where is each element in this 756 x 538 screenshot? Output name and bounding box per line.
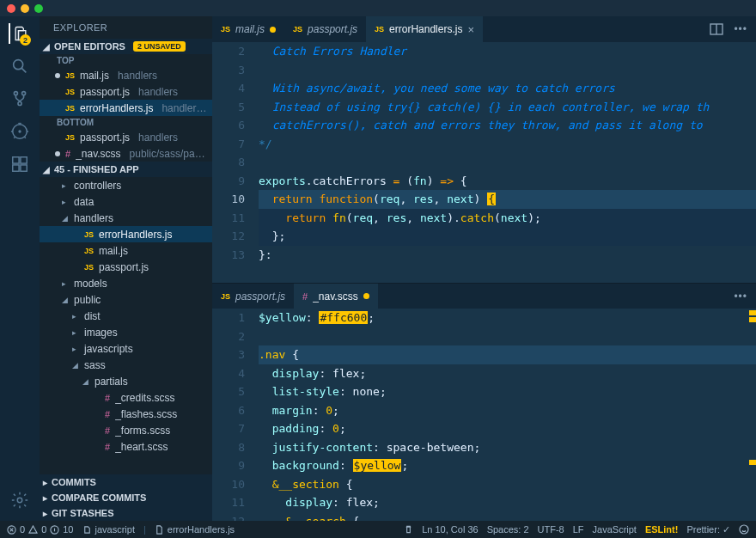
code-line[interactable]: $yellow: #ffc600; [259,309,756,327]
code-line[interactable]: return fn(req, res, next).catch(next); [259,209,756,228]
tree-item[interactable]: #_forms.scss [40,422,212,438]
debug-icon[interactable] [9,121,30,142]
project-header[interactable]: ◢ 45 - FINISHED APP [40,162,212,177]
svg-point-0 [14,60,23,70]
open-editor-filename: passport.js [80,131,130,144]
editor-tab[interactable]: JS passport.js [284,16,366,42]
code-line[interactable]: With async/await, you need some way to c… [259,79,756,98]
minimize-window-button[interactable] [21,4,29,13]
tree-item-label: models [74,278,107,290]
tree-item[interactable]: ▸dist [40,308,212,324]
status-eslint[interactable]: ESLint! [645,524,679,535]
tree-item[interactable]: JSmail.js [40,242,212,259]
tree-item[interactable]: ▸images [40,324,212,340]
settings-gear-icon[interactable] [9,490,30,510]
code-line[interactable] [259,153,756,172]
tree-item[interactable]: JSpassport.js [40,259,212,275]
code-line[interactable]: margin: 0; [259,401,756,420]
close-tab-icon[interactable]: × [467,23,474,36]
sidebar-section-header[interactable]: ▸COMMITS [40,474,212,490]
chevron-icon: ▸ [62,181,69,190]
close-window-button[interactable] [7,4,15,13]
maximize-window-button[interactable] [34,4,43,13]
code-line[interactable]: display: flex; [259,364,756,383]
code-line[interactable]: Instead of using try{} catch(e) {} in ea… [259,98,756,117]
status-file[interactable]: errorHandlers.js [155,524,235,535]
tree-item[interactable]: ◢partials [40,373,212,389]
tree-item[interactable]: #_credits.scss [40,389,212,406]
search-icon[interactable] [9,56,30,76]
code-line[interactable]: }: [259,246,756,265]
js-icon: JS [65,104,75,113]
more-icon[interactable]: ••• [734,290,747,303]
tree-item-label: dist [84,310,101,322]
code-line[interactable]: background: $yellow; [259,456,756,475]
code-line[interactable]: catchErrors(), catch and errors they thr… [259,116,756,135]
editor-pane-top[interactable]: 2345678910111213 Catch Errors Handler Wi… [212,42,756,283]
code-line[interactable]: &--search { [259,512,756,522]
code-line[interactable]: return function(req, res, next) { [259,190,756,209]
code-line[interactable]: .nav { [259,345,756,364]
more-icon[interactable]: ••• [734,23,747,35]
editor-tab[interactable]: # _nav.scss [294,284,378,309]
open-editors-header[interactable]: ◢ OPEN EDITORS 2 UNSAVED [40,39,212,54]
status-encoding[interactable]: UTF-8 [538,524,564,535]
split-editor-icon[interactable] [710,23,723,35]
tree-item[interactable]: #_heart.scss [40,438,212,455]
code-line[interactable]: display: flex; [259,493,756,512]
tree-item[interactable]: ▸data [40,193,212,210]
code-line[interactable]: }; [259,227,756,246]
status-spaces[interactable]: Spaces: 2 [487,524,529,535]
code-line[interactable]: &__section { [259,475,756,494]
tree-item[interactable]: ▸models [40,275,212,291]
editor-pane-bottom[interactable]: 123456789101112 $yellow: #ffc600;.nav { … [212,309,756,521]
tree-item[interactable]: ◢public [40,291,212,308]
open-editor-item[interactable]: JS errorHandlers.js handler… [40,100,212,116]
code-line[interactable]: Catch Errors Handler [259,42,756,61]
status-prettier[interactable]: Prettier: ✓ [686,524,730,535]
scss-icon: # [105,409,110,419]
tree-item-label: mail.js [99,245,128,257]
status-eol[interactable]: LF [573,524,584,535]
code-line[interactable]: exports.catchErrors = (fn) => { [259,172,756,191]
tree-item[interactable]: ◢handlers [40,210,212,226]
code-line[interactable] [259,327,756,346]
tree-item[interactable]: #_flashes.scss [40,406,212,422]
status-trash-icon[interactable] [404,524,413,535]
tree-item[interactable]: ▸controllers [40,177,212,193]
source-control-icon[interactable] [9,89,30,109]
sidebar-section-header[interactable]: ▸GIT STASHES [40,505,212,521]
unsaved-badge: 2 UNSAVED [133,41,186,52]
js-icon: JS [65,88,75,96]
open-editor-item[interactable]: # _nav.scss public/sass/pa… [40,145,212,162]
tree-item[interactable]: JSerrorHandlers.js [40,226,212,242]
open-editor-item[interactable]: JS passport.js handlers [40,129,212,145]
status-language[interactable]: JavaScript [593,524,637,535]
scss-icon: # [302,291,308,302]
scss-icon: # [105,425,110,436]
code-line[interactable] [259,61,756,80]
status-lncol[interactable]: Ln 10, Col 36 [422,524,478,535]
status-feedback-icon[interactable] [739,524,749,535]
editor-tab[interactable]: JS errorHandlers.js × [366,16,483,42]
code-line[interactable]: list-style: none; [259,382,756,401]
open-editor-path: public/sass/pa… [130,148,205,160]
open-editor-item[interactable]: JS passport.js handlers [40,83,212,100]
svg-point-10 [17,498,22,503]
code-line[interactable]: justify-content: space-between; [259,438,756,457]
editor-tab[interactable]: JS mail.js [212,16,284,42]
explorer-icon[interactable]: 2 [9,23,29,44]
code-line[interactable]: */ [259,135,756,154]
open-editor-item[interactable]: JS mail.js handlers [40,67,212,83]
extensions-icon[interactable] [9,154,30,174]
code-line[interactable]: padding: 0; [259,419,756,438]
editor-tab[interactable]: JS passport.js [212,284,294,309]
tree-item-label: partials [94,376,128,388]
status-problems[interactable]: 0 0 10 [7,524,74,535]
sidebar-explorer: EXPLORER ◢ OPEN EDITORS 2 UNSAVED TOP JS… [40,16,212,521]
status-scope[interactable]: javascript [82,524,135,535]
tree-item[interactable]: ▸javascripts [40,340,212,357]
editor-area: JS mail.js JS passport.js JS errorHandle… [212,16,756,521]
sidebar-section-header[interactable]: ▸COMPARE COMMITS [40,490,212,505]
tree-item[interactable]: ◢sass [40,357,212,373]
